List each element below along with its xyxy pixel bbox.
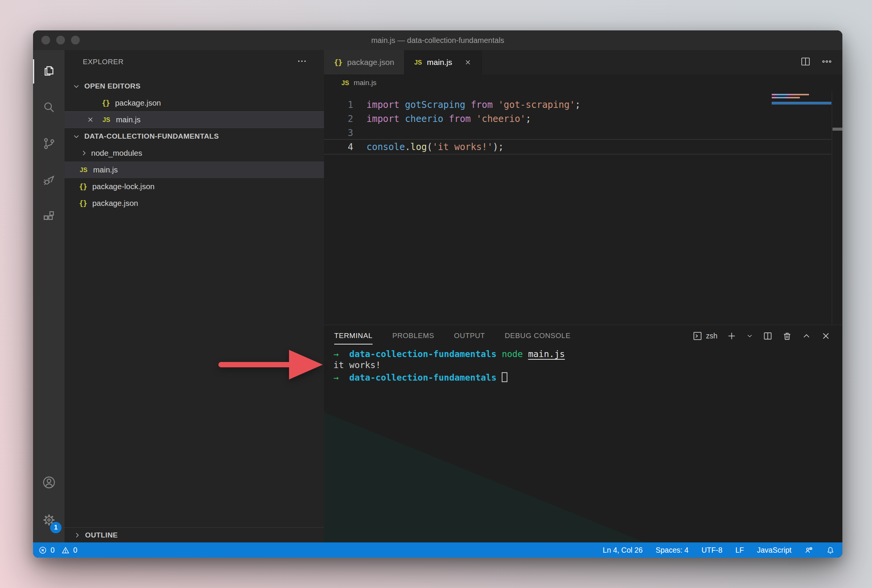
tab-label: package.json (347, 58, 394, 67)
workspace-folder-header[interactable]: DATA-COLLECTION-FUNDAMENTALS (65, 128, 324, 145)
tree-item-main-js[interactable]: JS main.js (65, 161, 324, 178)
close-window-button[interactable] (41, 36, 50, 44)
file-label: main.js (93, 165, 118, 174)
tab-problems[interactable]: PROBLEMS (392, 332, 434, 340)
split-terminal-icon[interactable] (763, 331, 773, 341)
title-bar[interactable]: main.js — data-collection-fundamentals (33, 30, 842, 50)
scrollbar-marker (833, 128, 842, 131)
file-label: main.js (116, 115, 141, 124)
json-file-icon: {} (334, 58, 342, 67)
tab-bar: {} package.json JS main.js (324, 50, 842, 74)
close-panel-icon[interactable] (821, 331, 831, 341)
indentation[interactable]: Spaces: 4 (656, 546, 689, 555)
annotation-arrow (215, 346, 329, 383)
json-file-icon: {} (79, 199, 87, 207)
shell-label: zsh (706, 332, 717, 340)
folder-label: node_modules (91, 149, 142, 158)
warning-count[interactable]: 0 (73, 546, 77, 555)
source-control-icon (42, 136, 56, 152)
settings-button[interactable]: 1 (33, 504, 65, 537)
cursor-position[interactable]: Ln 4, Col 26 (603, 546, 643, 555)
sidebar-item-source-control[interactable] (33, 126, 65, 163)
minimap[interactable] (772, 94, 831, 104)
terminal-line: → data-collection-fundamentals (333, 371, 565, 382)
sidebar-item-extensions[interactable] (33, 199, 65, 236)
notifications-bell-icon[interactable] (826, 546, 835, 555)
outline-section-header[interactable]: OUTLINE (65, 527, 324, 542)
settings-badge: 1 (50, 522, 62, 533)
js-file-icon: JS (103, 116, 110, 123)
tab-output[interactable]: OUTPUT (454, 332, 485, 340)
terminal-line: → data-collection-fundamentals node main… (333, 349, 565, 360)
chevron-down-icon (72, 132, 81, 141)
sidebar-item-explorer[interactable] (33, 53, 65, 90)
shell-picker[interactable]: zsh (692, 331, 717, 341)
more-actions-icon[interactable] (297, 56, 307, 68)
kill-terminal-icon[interactable] (782, 331, 792, 341)
close-icon[interactable] (87, 116, 94, 123)
search-icon (42, 100, 56, 116)
tab-main-js[interactable]: JS main.js (404, 50, 482, 74)
warnings-icon[interactable] (61, 546, 70, 555)
tab-debug-console[interactable]: DEBUG CONSOLE (505, 332, 571, 340)
launch-profile-chevron-icon[interactable] (746, 332, 754, 340)
chevron-down-icon (72, 82, 81, 90)
sidebar-item-search[interactable] (33, 90, 65, 126)
error-count[interactable]: 0 (51, 546, 55, 555)
errors-icon[interactable] (38, 546, 47, 555)
tree-item-package-json[interactable]: {} package.json (65, 195, 324, 212)
terminal-output[interactable]: → data-collection-fundamentals node main… (333, 349, 565, 382)
files-icon (42, 63, 56, 79)
tree-item-node-modules[interactable]: node_modules (65, 145, 324, 161)
account-button[interactable] (33, 465, 65, 501)
split-editor-icon[interactable] (800, 56, 811, 69)
js-file-icon: JS (341, 79, 349, 87)
editor-scrollbar[interactable] (832, 91, 842, 325)
status-bar: 0 0 Ln 4, Col 26 Spaces: 4 UTF-8 LF Java… (33, 542, 842, 558)
tab-label: main.js (427, 58, 452, 67)
run-debug-icon (42, 173, 56, 189)
account-icon (42, 475, 56, 491)
json-file-icon: {} (79, 182, 87, 191)
minimap-line (772, 94, 809, 95)
code-line: 1 import gotScraping from 'got-scraping'… (324, 98, 842, 112)
sidebar-item-run-debug[interactable] (33, 163, 65, 199)
extensions-icon (42, 209, 56, 225)
more-actions-icon[interactable] (821, 56, 833, 69)
feedback-icon[interactable] (804, 546, 813, 555)
chevron-right-icon (73, 531, 81, 539)
minimize-window-button[interactable] (56, 36, 65, 44)
open-editor-main-js[interactable]: JS main.js (65, 111, 324, 128)
language-mode[interactable]: JavaScript (757, 546, 791, 555)
tab-terminal[interactable]: TERMINAL (334, 332, 373, 340)
json-file-icon: {} (102, 99, 110, 107)
chevron-right-icon (80, 149, 88, 157)
traffic-lights (41, 36, 80, 44)
file-label: package.json (115, 98, 161, 107)
js-file-icon: JS (80, 166, 87, 174)
sidebar-title: EXPLORER (83, 58, 123, 66)
open-editors-header[interactable]: OPEN EDITORS (65, 78, 324, 95)
minimap-highlighted-line (772, 102, 831, 104)
encoding[interactable]: UTF-8 (701, 546, 722, 555)
tree-item-package-lock-json[interactable]: {} package-lock.json (65, 178, 324, 195)
terminal-icon (692, 331, 703, 341)
close-icon[interactable] (464, 58, 472, 66)
maximize-panel-icon[interactable] (801, 331, 812, 341)
breadcrumb[interactable]: JS main.js (324, 74, 842, 91)
eol-sequence[interactable]: LF (735, 546, 744, 555)
vscode-window: main.js — data-collection-fundamentals (33, 30, 842, 558)
new-terminal-icon[interactable] (727, 331, 737, 341)
window-title: main.js — data-collection-fundamentals (371, 36, 504, 45)
zoom-window-button[interactable] (71, 36, 80, 44)
terminal-line: it works! (333, 360, 565, 371)
file-label: package.json (92, 199, 138, 208)
breadcrumb-item: main.js (354, 79, 376, 87)
tab-package-json[interactable]: {} package.json (324, 50, 404, 74)
desktop: main.js — data-collection-fundamentals (0, 0, 872, 588)
code-editor[interactable]: 1 import gotScraping from 'got-scraping'… (324, 91, 842, 325)
file-label: package-lock.json (92, 182, 155, 191)
terminal-cursor (502, 372, 507, 382)
explorer-sidebar: EXPLORER OPEN EDITORS {} package.json (65, 50, 324, 542)
open-editor-package-json[interactable]: {} package.json (65, 95, 324, 111)
